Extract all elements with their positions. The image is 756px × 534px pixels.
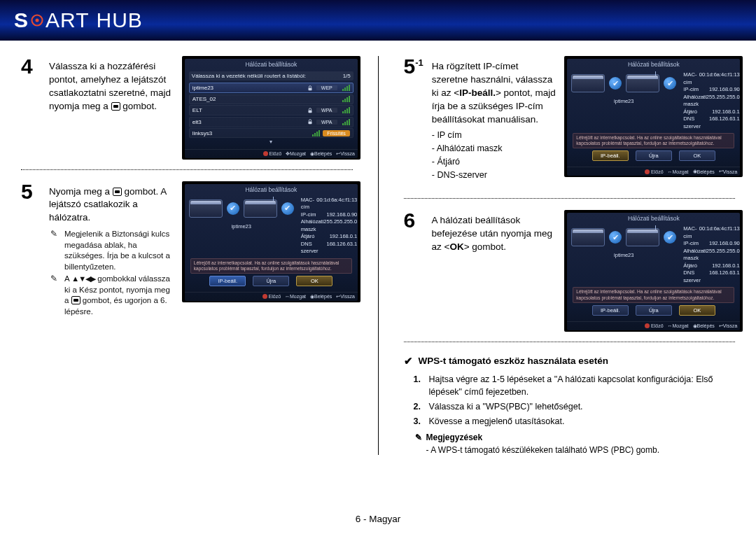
dot-red-icon <box>645 169 650 174</box>
success-icon: ✔ <box>227 202 239 215</box>
ap-row[interactable]: ELT WPA <box>189 105 354 115</box>
retry-button[interactable]: Újra <box>636 150 672 161</box>
step-5-1-text: Ha rögzített IP-címet szeretne használni… <box>432 56 556 181</box>
refresh-button[interactable]: Frissítés <box>323 130 349 136</box>
svg-point-1 <box>36 19 39 22</box>
step-4-number: 4 <box>21 56 41 113</box>
step-6-number: 6 <box>404 210 424 254</box>
lock-icon <box>307 107 314 114</box>
screenshot-step-6: Hálózati beállítások ✔ ✔ <box>564 210 743 331</box>
router-icon <box>626 74 659 92</box>
dot-red-icon <box>645 323 650 328</box>
brand-hub: HUB <box>96 8 142 32</box>
remark-label: Megjegyzések <box>426 433 483 442</box>
ok-button[interactable]: OK <box>679 305 715 316</box>
svg-rect-4 <box>308 122 312 125</box>
tv-help-bar: Előző ✥ Mozgat ◉ Belépés ↩ Vissza <box>185 149 358 158</box>
step-4-text: Válassza ki a hozzáférési pontot, amelyh… <box>49 56 174 113</box>
ok-button[interactable]: OK <box>679 150 715 161</box>
ip-settings-button[interactable]: IP-beáll. <box>592 305 629 316</box>
remark-text: - A WPS-t támogató készülékeken találhat… <box>426 445 736 455</box>
note-icon: ✎ <box>415 433 422 442</box>
enter-icon <box>113 188 122 196</box>
chevron-down-icon: ▾ <box>189 139 354 145</box>
enter-icon <box>111 102 120 111</box>
step-6-text: A hálózati beállítások befejezése után n… <box>432 210 556 254</box>
step-5-1: 5-1 Ha rögzített IP-címet szeretne haszn… <box>404 56 736 188</box>
screenshot-step-5: Hálózati beállítások ✔ ✔ <box>182 181 360 302</box>
screenshot-step-5-1: Hálózati beállítások ✔ ✔ <box>564 56 743 177</box>
note-icon: ✎ <box>50 229 60 272</box>
divider <box>404 342 736 342</box>
success-icon: ✔ <box>609 231 622 244</box>
divider <box>21 169 353 170</box>
signal-icon <box>312 130 320 136</box>
brand-s: S <box>14 8 29 32</box>
svg-rect-3 <box>308 110 312 113</box>
ip-fields-list: IP cím Alhálózati maszk Átjáró DNS-szerv… <box>432 129 556 181</box>
lock-icon <box>307 118 314 125</box>
step-5-number: 5 <box>21 181 41 318</box>
note-icon: ✎ <box>50 274 60 317</box>
divider <box>404 198 736 199</box>
check-icon: ✔ <box>404 355 413 367</box>
step-6: 6 A hálózati beállítások befejezése után… <box>404 210 736 331</box>
step-5-1-number: 5-1 <box>404 56 424 181</box>
step-5: 5 Nyomja meg a gombot. A lejátszó csatla… <box>21 181 353 325</box>
page-footer: 6 - Magyar <box>0 514 756 524</box>
wps-title: WPS-t támogató eszköz használata esetén <box>419 356 609 366</box>
ip-settings-button[interactable]: IP-beáll. <box>592 150 629 161</box>
step-4: 4 Válassza ki a hozzáférési pontot, amel… <box>21 56 353 160</box>
router-icon <box>626 228 659 246</box>
page-body: 4 Válassza ki a hozzáférési pontot, amel… <box>0 41 756 455</box>
retry-button[interactable]: Újra <box>253 276 289 286</box>
ap-row[interactable]: ATES_02 <box>189 94 354 104</box>
success-icon: ✔ <box>281 202 294 215</box>
step-5-text: Nyomja meg a gombot. A lejátszó csatlako… <box>49 181 174 318</box>
device-icon <box>189 199 223 218</box>
right-column: 5-1 Ha rögzített IP-címet szeretne haszn… <box>404 56 736 455</box>
success-icon: ✔ <box>609 77 622 90</box>
brand-rest: ART <box>46 8 89 32</box>
ap-row[interactable]: iptime23 WEP <box>189 83 354 93</box>
vertical-divider <box>378 56 379 455</box>
screenshot-step-4: Hálózati beállítások Válassza ki a vezet… <box>182 56 360 160</box>
tv-title: Hálózati beállítások <box>185 59 358 69</box>
svg-rect-2 <box>308 87 312 90</box>
router-icon <box>244 199 277 218</box>
signal-icon <box>342 107 350 113</box>
ap-row[interactable]: elt3 WPA <box>189 117 354 127</box>
ok-button[interactable]: OK <box>296 276 332 286</box>
dot-red-icon <box>262 294 267 299</box>
signal-icon <box>342 96 350 102</box>
success-icon: ✔ <box>664 231 676 244</box>
retry-button[interactable]: Újra <box>636 305 672 316</box>
device-icon <box>571 228 605 246</box>
smart-logo-icon <box>30 13 44 27</box>
enter-icon <box>71 296 80 304</box>
wps-steps-list: 1.Hajtsa végre az 1-5 lépéseket a "A hál… <box>414 373 736 428</box>
signal-icon <box>342 119 350 125</box>
device-icon <box>571 74 605 92</box>
signal-icon <box>342 85 350 91</box>
ip-settings-button[interactable]: IP-beáll. <box>209 276 246 286</box>
app-header: S ART HUB <box>0 0 756 41</box>
lock-icon <box>307 85 314 92</box>
ap-row[interactable]: linksys3 Frissítés <box>189 128 354 138</box>
arrow-keys-icon: ▲▼◀▶ <box>71 274 95 284</box>
wps-section: ✔ WPS-t támogató eszköz használata eseté… <box>404 355 736 455</box>
dot-red-icon <box>263 151 268 156</box>
left-column: 4 Válassza ki a hozzáférési pontot, amel… <box>21 56 353 455</box>
success-icon: ✔ <box>664 77 676 90</box>
